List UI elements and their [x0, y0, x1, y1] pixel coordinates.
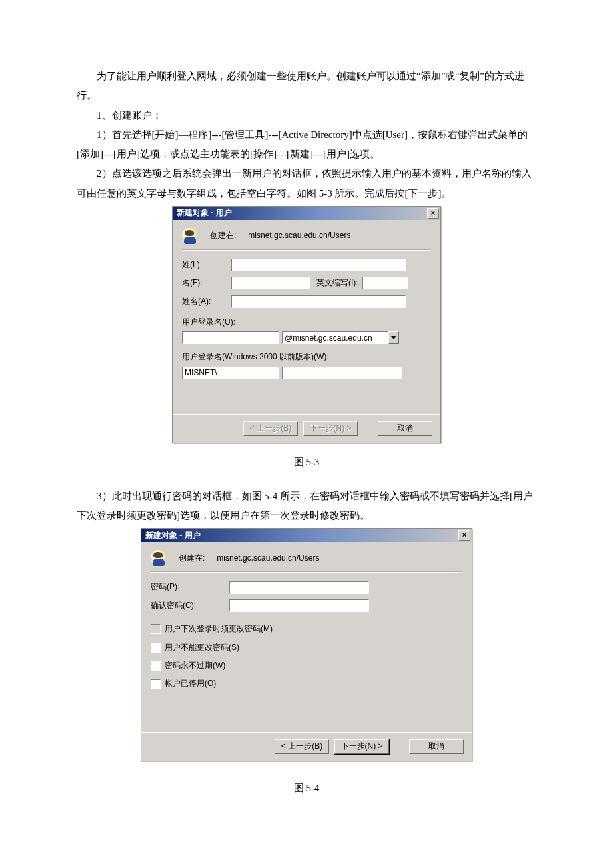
fullname-label: 姓名(A):: [182, 294, 231, 309]
create-in-value: misnet.gc.scau.edu.cn/Users: [217, 551, 319, 566]
titlebar: 新建对象 - 用户 ×: [141, 529, 472, 542]
name-label: 名(F):: [182, 275, 231, 291]
initials-label: 英文缩写(I):: [316, 275, 358, 291]
surname-label: 姓(L):: [182, 257, 231, 273]
create-in-value: misnet.gc.scau.edu.cn/Users: [248, 228, 350, 243]
dialog-title: 新建对象 - 用户: [177, 205, 232, 221]
confirm-password-input[interactable]: [229, 599, 369, 612]
user-icon: [182, 228, 198, 244]
dialog-new-user-step2: 新建对象 - 用户 × 创建在: misnet.gc.scau.edu.cn/U…: [141, 528, 472, 761]
titlebar: 新建对象 - 用户 ×: [173, 207, 440, 220]
surname-input[interactable]: [231, 259, 406, 271]
checkbox-disabled[interactable]: 帐户已停用(O): [151, 676, 462, 691]
cancel-button[interactable]: 取消: [409, 739, 464, 754]
domain-combo[interactable]: [282, 331, 388, 344]
svg-marker-0: [391, 336, 396, 339]
cancel-button[interactable]: 取消: [378, 421, 432, 436]
chevron-down-icon[interactable]: [388, 331, 399, 344]
dialog-footer: < 上一步(B) 下一步(N) > 取消: [141, 732, 472, 761]
back-button[interactable]: < 上一步(B): [243, 421, 298, 436]
initials-input[interactable]: [362, 277, 408, 289]
create-in-label: 创建在:: [210, 228, 236, 243]
next-button[interactable]: 下一步(N) >: [303, 421, 358, 436]
dialog-title: 新建对象 - 用户: [145, 528, 201, 543]
para-step1: 1）首先选择[开始]—程序]---[管理工具]---[Active Direct…: [77, 125, 536, 165]
dialog-new-user-step1: 新建对象 - 用户 × 创建在: misnet.gc.scau.edu.cn/U…: [172, 206, 441, 443]
logon-label: 用户登录名(U):: [182, 315, 431, 330]
figure-5-3-caption: 图 5-3: [77, 453, 536, 472]
fullname-input[interactable]: [231, 295, 406, 308]
para-intro: 为了能让用户顺利登入网域，必须创建一些使用账户。创建账户可以通过“添加”或“复制…: [77, 67, 536, 106]
checkbox-must-change[interactable]: 用户下次登录时须更改密码(M): [151, 621, 462, 637]
create-in-label: 创建在:: [179, 551, 205, 566]
password-input[interactable]: [229, 581, 369, 594]
close-button[interactable]: ×: [458, 530, 470, 541]
dialog-footer: < 上一步(B) 下一步(N) > 取消: [173, 414, 440, 443]
figure-5-4-caption: 图 5-4: [77, 779, 536, 798]
w2k-name-input[interactable]: [282, 367, 402, 379]
back-button[interactable]: < 上一步(B): [275, 739, 329, 754]
separator: [151, 571, 462, 573]
user-icon: [151, 550, 167, 566]
para-step3: 3）此时出现通行密码的对话框，如图 5-4 所示，在密码对话框中输入密码或不填写…: [77, 487, 536, 526]
close-button[interactable]: ×: [427, 208, 439, 219]
para-create-heading: 1、创建账户：: [77, 106, 536, 125]
logon-input[interactable]: [182, 331, 279, 344]
name-input[interactable]: [231, 277, 310, 289]
separator: [182, 249, 431, 251]
w2k-logon-label: 用户登录名(Windows 2000 以前版本)(W):: [182, 349, 431, 365]
w2k-prefix-input[interactable]: [182, 367, 279, 379]
password-label: 密码(P):: [151, 579, 229, 595]
para-step2: 2）点选该选项之后系统会弹出一新用户的对话框，依照提示输入用户的基本资料，用户名…: [77, 164, 536, 203]
checkbox-cannot-change[interactable]: 用户不能更改密码(S): [151, 640, 462, 655]
confirm-password-label: 确认密码(C):: [151, 598, 229, 613]
next-button[interactable]: 下一步(N) >: [334, 739, 389, 754]
checkbox-never-expire[interactable]: 密码永不过期(W): [151, 658, 462, 673]
